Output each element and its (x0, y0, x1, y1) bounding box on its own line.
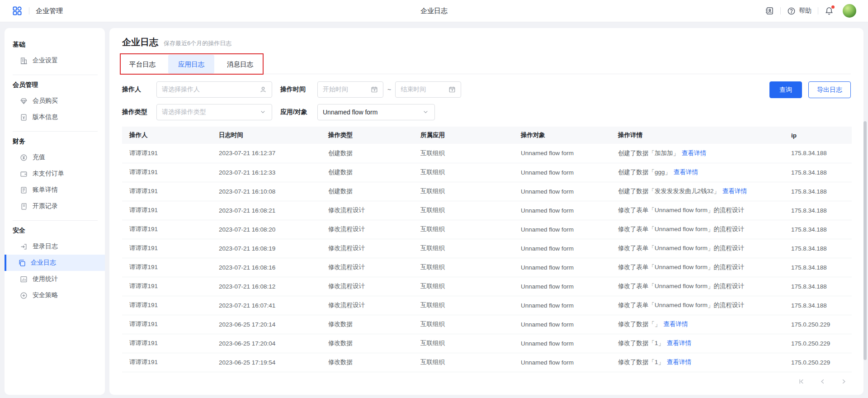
sidebar-item-security-policy[interactable]: 安全策略 (12, 287, 98, 303)
view-detail-link[interactable]: 查看详情 (682, 150, 706, 156)
view-detail-link[interactable]: 查看详情 (674, 169, 698, 175)
sidebar-item-recharge[interactable]: 充值 (12, 149, 98, 166)
sidebar-item-invoice-records[interactable]: 开票记录 (12, 198, 98, 214)
bar-chart-icon (20, 275, 28, 283)
cell-time: 2023-06-25 17:20:04 (212, 334, 321, 353)
app-object-select[interactable]: Unnamed flow form (317, 104, 435, 120)
sidebar-item-label: 企业日志 (31, 259, 56, 267)
cell-detail: 修改了表单「Unnamed flow form」的流程设计 (611, 239, 784, 258)
chevron-left-icon[interactable] (819, 378, 826, 385)
type-label: 操作类型 (122, 108, 156, 116)
divider (818, 7, 818, 14)
cell-target: Unnamed flow form (514, 296, 611, 315)
cell-target: Unnamed flow form (514, 144, 611, 163)
avatar[interactable] (843, 4, 856, 18)
cell-detail: 创建了数据「发发发发发曲儿2钱32」查看详情 (611, 182, 784, 201)
view-detail-link[interactable]: 查看详情 (722, 188, 747, 194)
range-separator: ~ (387, 86, 391, 93)
table-row: 谭谭谭1912023-07-21 16:07:41修改流程设计互联组织Unnam… (122, 296, 852, 315)
cell-operator: 谭谭谭191 (122, 258, 212, 277)
page-subtitle: 保存最近6个月的操作日志 (164, 39, 231, 47)
contact-card-icon[interactable] (765, 6, 774, 15)
help-label: 帮助 (799, 7, 811, 15)
cell-time: 2023-07-21 16:12:37 (212, 144, 321, 163)
cell-type: 创建数据 (321, 163, 413, 182)
cell-operator: 谭谭谭191 (122, 315, 212, 334)
query-button[interactable]: 查询 (769, 81, 802, 98)
end-time-input[interactable]: 结束时间 (395, 81, 461, 98)
chevron-right-icon[interactable] (840, 378, 847, 385)
cell-detail: 修改了表单「Unnamed flow form」的流程设计 (611, 277, 784, 296)
cell-type: 修改流程设计 (321, 258, 413, 277)
shield-plus-icon (20, 292, 28, 299)
table-row: 谭谭谭1912023-07-21 16:08:20修改流程设计互联组织Unnam… (122, 220, 852, 239)
divider (13, 131, 98, 132)
cell-time: 2023-07-21 16:12:33 (212, 163, 321, 182)
cell-operator: 谭谭谭191 (122, 239, 212, 258)
sidebar-item-enterprise-log[interactable]: 企业日志 (5, 255, 105, 271)
cell-ip: 175.8.34.188 (784, 163, 852, 182)
tab-message-log[interactable]: 消息日志 (220, 55, 260, 74)
chevron-down-icon (422, 109, 429, 116)
column-header: 所属应用 (413, 127, 514, 144)
sidebar-item-member-purchase[interactable]: 会员购买 (12, 93, 98, 109)
first-page-icon[interactable] (798, 378, 805, 385)
cell-type: 创建数据 (321, 144, 413, 163)
table-row: 谭谭谭1912023-07-21 16:10:08创建数据互联组织Unnamed… (122, 182, 852, 201)
column-header: 操作类型 (321, 127, 413, 144)
person-icon (259, 86, 267, 93)
app-grid-icon[interactable] (12, 5, 23, 16)
cell-type: 修改数据 (321, 353, 413, 372)
operator-select[interactable]: 请选择操作人 (156, 81, 272, 98)
sidebar-item-usage-stats[interactable]: 使用统计 (12, 271, 98, 287)
sidebar-item-label: 企业设置 (33, 57, 58, 65)
sidebar-item-version-info[interactable]: 版本信息 (12, 109, 98, 125)
pagination (122, 378, 851, 385)
view-detail-link[interactable]: 查看详情 (664, 321, 688, 327)
cell-app: 互联组织 (413, 315, 514, 334)
cell-type: 修改数据 (321, 334, 413, 353)
divider (13, 75, 98, 75)
scrollbar-thumb[interactable] (863, 121, 867, 360)
sidebar-group-title: 基础 (13, 41, 97, 49)
page-title: 企业日志 (122, 36, 158, 48)
cell-type: 修改数据 (321, 315, 413, 334)
time-label: 操作时间 (280, 85, 317, 94)
help-button[interactable]: 帮助 (787, 6, 811, 15)
cell-app: 互联组织 (413, 144, 514, 163)
export-log-button[interactable]: 导出日志 (808, 81, 851, 98)
sidebar: 基础 企业设置 会员管理 会员购买 版本信息 财务 充值 未支付订单 账单详情 … (5, 28, 105, 395)
topbar-page-title: 企业日志 (420, 7, 448, 15)
cell-app: 互联组织 (413, 182, 514, 201)
table-row: 谭谭谭1912023-07-21 16:08:21修改流程设计互联组织Unnam… (122, 201, 852, 220)
cell-detail: 修改了数据「1」查看详情 (611, 353, 784, 372)
sidebar-item-unpaid-orders[interactable]: 未支付订单 (12, 166, 98, 182)
column-header: ip (784, 127, 852, 144)
tab-platform-log[interactable]: 平台日志 (122, 55, 163, 74)
view-detail-link[interactable]: 查看详情 (667, 340, 691, 346)
table-row: 谭谭谭1912023-07-21 16:08:19修改流程设计互联组织Unnam… (122, 239, 852, 258)
sidebar-item-label: 开票记录 (33, 202, 58, 210)
sidebar-item-login-log[interactable]: 登录日志 (12, 238, 98, 255)
divider (780, 7, 781, 14)
sidebar-item-label: 安全策略 (33, 291, 58, 299)
cell-app: 互联组织 (413, 258, 514, 277)
cell-operator: 谭谭谭191 (122, 353, 212, 372)
tabs-bar: 平台日志应用日志消息日志 (122, 55, 851, 74)
column-header: 操作人 (122, 127, 212, 144)
login-arrow-icon (20, 243, 28, 251)
calendar-icon (371, 86, 378, 93)
table-row: 谭谭谭1912023-06-25 17:20:14修改数据互联组织Unnamed… (122, 315, 852, 334)
cell-detail: 创建了数据「加加加」查看详情 (611, 144, 784, 163)
start-time-input[interactable]: 开始时间 (317, 81, 383, 98)
sidebar-item-bill-details[interactable]: 账单详情 (12, 182, 98, 198)
notification-bell-icon[interactable] (825, 6, 834, 15)
cell-target: Unnamed flow form (514, 201, 611, 220)
column-header: 操作详情 (611, 127, 784, 144)
type-select[interactable]: 请选择操作类型 (156, 104, 272, 120)
view-detail-link[interactable]: 查看详情 (667, 359, 691, 365)
sidebar-item-enterprise-settings[interactable]: 企业设置 (12, 52, 98, 69)
cell-time: 2023-07-21 16:08:19 (212, 239, 321, 258)
cell-detail: 修改了数据「1」查看详情 (611, 334, 784, 353)
tab-app-log[interactable]: 应用日志 (168, 55, 214, 74)
